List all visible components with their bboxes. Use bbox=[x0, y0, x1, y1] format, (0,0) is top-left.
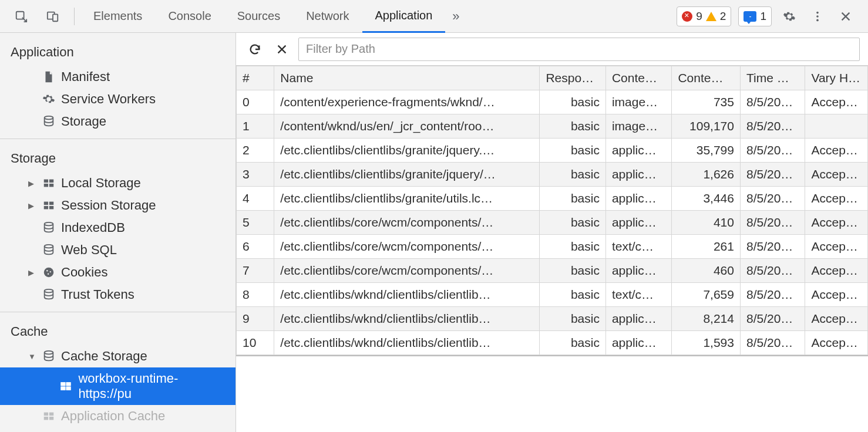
sidebar-item-trust-tokens[interactable]: Trust Tokens bbox=[0, 284, 235, 306]
sidebar-item-service-workers[interactable]: Service Workers bbox=[0, 88, 235, 110]
table-row[interactable]: 10/etc.clientlibs/wknd/clientlibs/client… bbox=[237, 331, 868, 355]
tab-sources[interactable]: Sources bbox=[224, 0, 293, 33]
svg-point-15 bbox=[45, 222, 53, 226]
svg-rect-28 bbox=[49, 413, 53, 416]
cache-toolbar bbox=[236, 33, 868, 66]
cell-response: basic bbox=[540, 163, 606, 187]
cell-time: 8/5/20… bbox=[740, 90, 805, 114]
col-content-length[interactable]: Conte… bbox=[672, 66, 741, 90]
table-row[interactable]: 4/etc.clientlibs/clientlibs/granite/util… bbox=[237, 187, 868, 211]
kebab-menu-icon[interactable] bbox=[807, 6, 828, 27]
file-icon bbox=[42, 70, 55, 83]
table-header-row: # Name Respo… Conte… Conte… Time … Vary … bbox=[237, 66, 868, 90]
cell-vary: Accep… bbox=[805, 235, 868, 259]
cell-content-length: 1,593 bbox=[672, 331, 741, 355]
svg-rect-7 bbox=[44, 180, 48, 183]
grid-icon bbox=[42, 199, 55, 212]
table-row[interactable]: 1/content/wknd/us/en/_jcr_content/roo…ba… bbox=[237, 114, 868, 139]
cell-content-type: applic… bbox=[605, 259, 672, 283]
cache-content-pane: # Name Respo… Conte… Conte… Time … Vary … bbox=[236, 33, 868, 432]
col-name[interactable]: Name bbox=[274, 66, 540, 90]
sidebar-item-local-storage[interactable]: ▶ Local Storage bbox=[0, 172, 235, 194]
cell-content-length: 460 bbox=[672, 259, 741, 283]
warning-count: 2 bbox=[720, 10, 726, 23]
error-warning-badge[interactable]: 9 2 bbox=[677, 6, 731, 26]
table-row[interactable]: 6/etc.clientlibs/core/wcm/components/…ba… bbox=[237, 235, 868, 259]
cell-vary: Accep… bbox=[805, 187, 868, 211]
cell-index: 7 bbox=[237, 259, 274, 283]
svg-rect-8 bbox=[49, 180, 53, 183]
col-time[interactable]: Time … bbox=[740, 66, 805, 90]
sidebar-item-cache-storage[interactable]: ▼ Cache Storage bbox=[0, 345, 235, 367]
more-tabs-icon[interactable]: » bbox=[445, 6, 466, 27]
cell-response: basic bbox=[540, 283, 606, 307]
tab-application[interactable]: Application bbox=[362, 0, 446, 33]
cell-vary: Accep… bbox=[805, 331, 868, 355]
svg-point-5 bbox=[816, 19, 819, 21]
cell-name: /content/wknd/us/en/_jcr_content/roo… bbox=[274, 114, 540, 139]
issue-count: 1 bbox=[760, 10, 766, 23]
sidebar-item-label: Cookies bbox=[61, 265, 107, 280]
cell-name: /etc.clientlibs/core/wcm/components/… bbox=[274, 259, 540, 283]
sidebar-item-cache-entry[interactable]: workbox-runtime-https://pu bbox=[0, 367, 235, 405]
filter-input[interactable] bbox=[298, 38, 860, 61]
section-cache: Cache bbox=[0, 320, 235, 345]
cell-vary: Accep… bbox=[805, 139, 868, 163]
application-sidebar: Application Manifest Service Workers Sto… bbox=[0, 33, 236, 432]
svg-rect-2 bbox=[53, 14, 58, 21]
svg-rect-11 bbox=[44, 202, 48, 205]
svg-rect-23 bbox=[61, 383, 65, 386]
issue-icon: - bbox=[743, 11, 756, 22]
sidebar-item-label: workbox-runtime-https://pu bbox=[78, 371, 230, 401]
cell-time: 8/5/20… bbox=[740, 187, 805, 211]
svg-rect-13 bbox=[44, 206, 48, 210]
cell-vary: Accep… bbox=[805, 163, 868, 187]
svg-point-3 bbox=[816, 11, 819, 14]
table-row[interactable]: 0/content/experience-fragments/wknd/…bas… bbox=[237, 90, 868, 114]
cell-name: /etc.clientlibs/clientlibs/granite/utils… bbox=[274, 187, 540, 211]
cell-index: 4 bbox=[237, 187, 274, 211]
svg-rect-12 bbox=[49, 202, 53, 205]
cell-name: /etc.clientlibs/wknd/clientlibs/clientli… bbox=[274, 307, 540, 331]
sidebar-item-application-cache[interactable]: Application Cache bbox=[0, 405, 235, 427]
database-icon bbox=[42, 244, 55, 256]
refresh-icon[interactable] bbox=[244, 39, 265, 60]
svg-rect-25 bbox=[61, 387, 65, 390]
table-row[interactable]: 7/etc.clientlibs/core/wcm/components/…ba… bbox=[237, 259, 868, 283]
table-row[interactable]: 2/etc.clientlibs/clientlibs/granite/jque… bbox=[237, 139, 868, 163]
table-row[interactable]: 5/etc.clientlibs/core/wcm/components/…ba… bbox=[237, 211, 868, 235]
cell-name: /etc.clientlibs/wknd/clientlibs/clientli… bbox=[274, 331, 540, 355]
col-response[interactable]: Respo… bbox=[540, 66, 606, 90]
cache-entries-table: # Name Respo… Conte… Conte… Time … Vary … bbox=[236, 66, 868, 355]
cell-index: 0 bbox=[237, 90, 274, 114]
sidebar-item-storage[interactable]: Storage bbox=[0, 110, 235, 133]
tab-network[interactable]: Network bbox=[293, 0, 362, 33]
settings-icon[interactable] bbox=[779, 6, 800, 27]
col-content-type[interactable]: Conte… bbox=[605, 66, 672, 90]
cell-response: basic bbox=[540, 139, 606, 163]
tab-elements[interactable]: Elements bbox=[80, 0, 155, 33]
table-row[interactable]: 9/etc.clientlibs/wknd/clientlibs/clientl… bbox=[237, 307, 868, 331]
table-row[interactable]: 3/etc.clientlibs/clientlibs/granite/jque… bbox=[237, 163, 868, 187]
clear-icon[interactable] bbox=[271, 39, 292, 60]
sidebar-item-session-storage[interactable]: ▶ Session Storage bbox=[0, 194, 235, 217]
sidebar-item-websql[interactable]: Web SQL bbox=[0, 239, 235, 261]
issues-badge[interactable]: - 1 bbox=[738, 6, 772, 26]
sidebar-item-cookies[interactable]: ▶ Cookies bbox=[0, 261, 235, 284]
sidebar-item-manifest[interactable]: Manifest bbox=[0, 66, 235, 88]
col-index[interactable]: # bbox=[237, 66, 274, 90]
cell-time: 8/5/20… bbox=[740, 259, 805, 283]
inspect-icon[interactable] bbox=[11, 6, 32, 27]
cell-vary: Accep… bbox=[805, 90, 868, 114]
cell-time: 8/5/20… bbox=[740, 235, 805, 259]
svg-rect-30 bbox=[49, 417, 53, 420]
close-icon[interactable] bbox=[835, 6, 856, 27]
svg-rect-29 bbox=[44, 417, 48, 420]
tab-console[interactable]: Console bbox=[155, 0, 224, 33]
cell-content-type: applic… bbox=[605, 331, 672, 355]
device-toggle-icon[interactable] bbox=[42, 6, 63, 27]
svg-point-20 bbox=[48, 274, 49, 275]
col-vary[interactable]: Vary H… bbox=[805, 66, 868, 90]
sidebar-item-indexeddb[interactable]: IndexedDB bbox=[0, 217, 235, 239]
table-row[interactable]: 8/etc.clientlibs/wknd/clientlibs/clientl… bbox=[237, 283, 868, 307]
